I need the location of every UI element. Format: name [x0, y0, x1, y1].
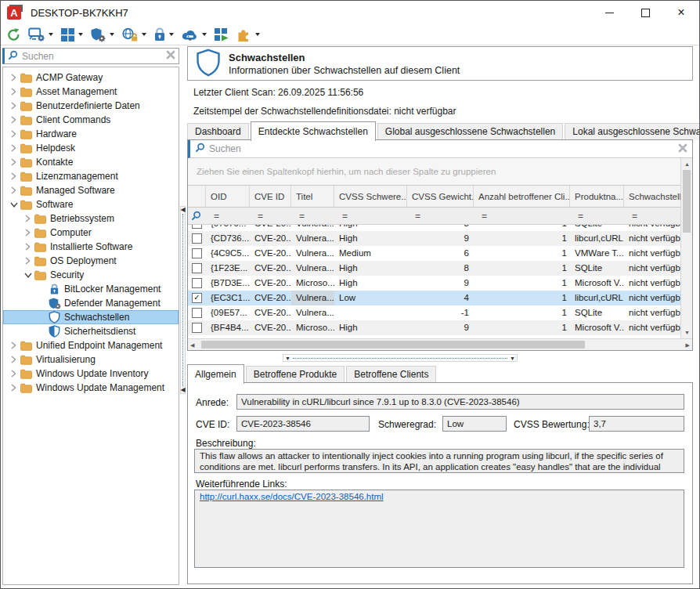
table-row[interactable]: {09E57...CVE-20...Vulnera...-11SQLitenic… — [188, 305, 680, 320]
tab-entdeckte-schwachstellen[interactable]: Entdeckte Schwachstellen — [251, 121, 376, 141]
sidebar-splitter[interactable]: ◀ ◀ — [180, 206, 186, 394]
filter-operator-3[interactable]: = — [334, 208, 407, 224]
group-by-panel[interactable]: Ziehen Sie einen Spaltenkopf hierhin, um… — [188, 158, 680, 185]
table-row[interactable]: {4C9C5...CVE-20...Vulnera...Medium61VMWa… — [188, 246, 680, 261]
shield-settings-button[interactable] — [90, 27, 114, 42]
chevron-down-icon[interactable] — [49, 33, 53, 36]
row-checkbox[interactable] — [188, 246, 206, 261]
sidebar-item-sicherheitsdienst[interactable]: Sicherheitsdienst — [3, 324, 179, 338]
table-row[interactable]: {BF4B4...CVE-20...Microso...High91Micros… — [188, 320, 680, 335]
sidebar-item-managed-software[interactable]: Managed Software — [3, 183, 179, 197]
column-header-6[interactable]: Produktna... — [570, 186, 624, 207]
horizontal-scrollbar[interactable]: ◀ ▶ — [188, 338, 692, 350]
row-checkbox[interactable] — [188, 231, 206, 246]
table-row[interactable]: {B7D3E...CVE-20...Microso...High91Micros… — [188, 276, 680, 291]
chevron-down-icon[interactable] — [78, 33, 83, 36]
sidebar-item-software[interactable]: Software — [3, 197, 179, 211]
chevron-right-icon[interactable] — [8, 186, 20, 194]
chevron-right-icon[interactable] — [8, 102, 20, 110]
collapse-down-icon[interactable]: ▼ — [510, 356, 515, 361]
tab-dashboard[interactable]: Dashboard — [187, 123, 249, 140]
detail-tab-allgemein[interactable]: Allgemein — [187, 364, 244, 384]
column-header-7[interactable]: Schwachstellen... — [624, 186, 687, 207]
network-security-button[interactable] — [121, 27, 146, 42]
filter-operator-6[interactable]: = — [570, 208, 624, 224]
sidebar-item-kontakte[interactable]: Kontakte — [3, 155, 179, 169]
vertical-scrollbar-thumb[interactable] — [683, 170, 691, 233]
refresh-button[interactable] — [6, 27, 21, 42]
sidebar-item-benutzerdefinierte-daten[interactable]: Benutzerdefinierte Daten — [3, 99, 179, 113]
chevron-right-icon[interactable] — [22, 215, 34, 222]
chevron-right-icon[interactable] — [8, 172, 20, 180]
detail-tab-betroffene-produkte[interactable]: Betroffene Produkte — [246, 366, 345, 383]
cloud-server-button[interactable] — [181, 28, 207, 42]
collapse-left-icon[interactable]: ◀ — [180, 387, 185, 393]
detail-tab-betroffene-clients[interactable]: Betroffene Clients — [346, 366, 436, 383]
clear-search-icon[interactable] — [166, 50, 175, 62]
chevron-right-icon[interactable] — [8, 88, 20, 96]
sidebar-item-bitlocker-management[interactable]: BitLocker Management — [3, 282, 179, 296]
sidebar-item-defender-management[interactable]: Defender Management — [3, 296, 179, 310]
scroll-up-icon[interactable]: ▲ — [684, 159, 690, 169]
scroll-down-icon[interactable]: ▼ — [684, 327, 690, 338]
chevron-down-icon[interactable] — [202, 33, 207, 36]
row-checkbox[interactable]: ✓ — [188, 291, 206, 305]
column-header-1[interactable]: CVE ID — [250, 186, 291, 207]
filter-operator-2[interactable]: = — [291, 208, 334, 224]
chevron-right-icon[interactable] — [8, 116, 20, 124]
chevron-right-icon[interactable] — [8, 341, 20, 349]
chevron-right-icon[interactable] — [8, 384, 20, 392]
grid-search-input[interactable]: Suchen — [188, 140, 692, 158]
chevron-right-icon[interactable] — [8, 370, 20, 378]
row-checkbox[interactable] — [188, 320, 206, 335]
sidebar-item-security[interactable]: Security — [3, 268, 179, 282]
chevron-right-icon[interactable] — [8, 130, 20, 138]
row-checkbox[interactable] — [188, 276, 206, 291]
close-button[interactable]: × — [663, 1, 699, 24]
row-checkbox[interactable] — [188, 261, 206, 276]
sidebar-item-computer[interactable]: Computer — [3, 226, 179, 240]
filter-operator-1[interactable]: = — [250, 208, 291, 224]
chevron-down-icon[interactable] — [255, 33, 260, 36]
sidebar-item-schwachstellen[interactable]: Schwachstellen — [3, 310, 179, 324]
chevron-right-icon[interactable] — [8, 158, 20, 166]
column-header-3[interactable]: CVSS Schwere... — [334, 186, 407, 207]
table-row[interactable]: {1F23E...CVE-20...Vulnera...High81SQLite… — [188, 261, 680, 276]
plugin-button[interactable] — [236, 27, 260, 42]
chevron-right-icon[interactable] — [22, 257, 34, 265]
detail-splitter[interactable]: ▼ ▼ — [283, 354, 518, 362]
maximize-button[interactable] — [627, 1, 663, 24]
filter-operator-5[interactable]: = — [474, 208, 570, 224]
sidebar-item-lizenzmanagement[interactable]: Lizenzmanagement — [3, 169, 179, 183]
sidebar-item-client-commands[interactable]: Client Commands — [3, 113, 179, 127]
filter-operator-0[interactable]: = — [206, 208, 250, 224]
sidebar-item-unified-endpoint-management[interactable]: Unified Endpoint Management — [3, 338, 179, 352]
filter-operator-4[interactable]: = — [407, 208, 474, 224]
row-checkbox[interactable] — [188, 225, 206, 231]
column-header-0[interactable]: OID — [206, 186, 250, 207]
table-row[interactable]: {07570...CVE-20...Vulnera...High81SQLite… — [188, 225, 680, 231]
row-checkbox[interactable] — [188, 305, 206, 320]
sidebar-item-helpdesk[interactable]: Helpdesk — [3, 141, 179, 155]
column-header-2[interactable]: Titel — [291, 186, 334, 207]
chevron-down-icon[interactable] — [22, 273, 34, 278]
column-header-4[interactable]: CVSS Gewicht... — [407, 186, 474, 207]
cve-link[interactable]: http://curl.haxx.se/docs/CVE-2023-38546.… — [200, 492, 384, 501]
lock-button[interactable] — [153, 27, 174, 42]
chevron-right-icon[interactable] — [8, 356, 20, 363]
chevron-down-icon[interactable] — [169, 33, 174, 36]
modules-grid-button[interactable] — [60, 27, 83, 42]
vertical-scrollbar[interactable]: ▲ ▼ — [680, 158, 692, 338]
scroll-left-icon[interactable]: ◀ — [190, 340, 194, 350]
chevron-down-icon[interactable] — [8, 202, 20, 208]
tab-global-ausgeschlossene-schwachstellen[interactable]: Global ausgeschlossene Schwachstellen — [377, 123, 563, 140]
sidebar-item-windows-update-management[interactable]: Windows Update Management — [3, 381, 179, 395]
sidebar-item-os-deployment[interactable]: OS Deployment — [3, 254, 179, 268]
sidebar-item-acmp-gateway[interactable]: ACMP Gateway — [3, 70, 179, 85]
minimize-button[interactable] — [591, 1, 627, 24]
tab-lokal-ausgeschlossene-schwachstellen[interactable]: Lokal ausgeschlossene Schwachstellen — [565, 123, 700, 140]
client-console-button[interactable] — [28, 27, 53, 42]
chevron-right-icon[interactable] — [22, 243, 34, 251]
filter-operator-7[interactable]: = — [624, 208, 687, 224]
table-row[interactable]: ✓{EC3C1...CVE-20...Vulnera...Low41libcur… — [188, 291, 680, 305]
